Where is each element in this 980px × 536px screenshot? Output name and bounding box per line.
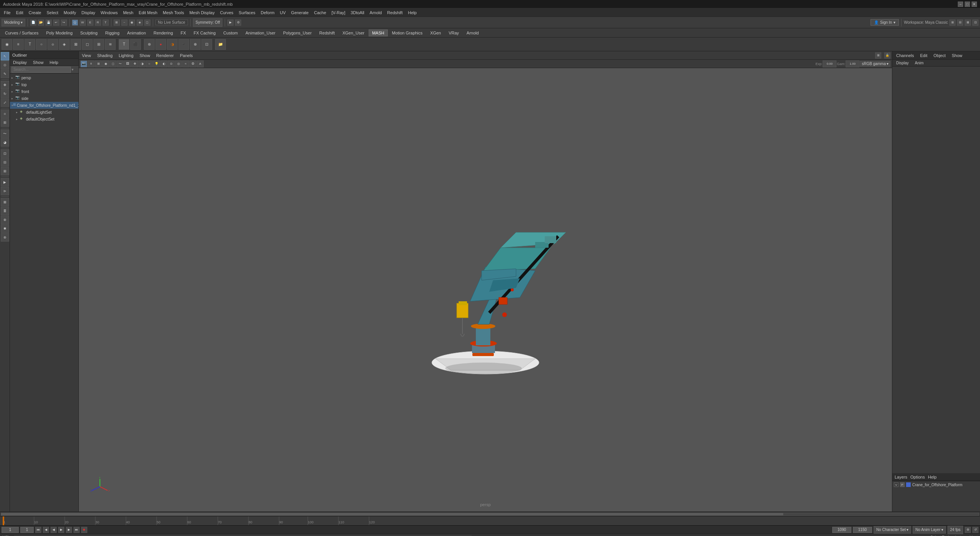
shelf-tab-polygons-user[interactable]: Polygons_User — [280, 29, 315, 36]
menu-help[interactable]: Help — [406, 10, 419, 16]
layer-item-crane[interactable]: V P Crane_for_Offshore_Platform — [892, 481, 980, 488]
shelf-tab-mash[interactable]: MASH — [369, 29, 388, 36]
shelf-icon-11[interactable]: T — [119, 39, 129, 50]
extra-tool-3[interactable]: ⊕ — [1, 216, 9, 224]
menu-surfaces[interactable]: Surfaces — [237, 10, 258, 16]
new-scene-button[interactable]: 📄 — [30, 20, 36, 26]
shelf-tab-poly-modeling[interactable]: Poly Modeling — [42, 29, 76, 36]
layer-visibility-toggle[interactable]: V — [894, 482, 898, 487]
outliner-menu-display[interactable]: Display — [11, 60, 28, 65]
loop-button[interactable]: ↺ — [972, 527, 978, 533]
vp-select-mask-btn[interactable]: ≡ — [88, 60, 95, 67]
corner-icon-3[interactable]: ⊠ — [965, 20, 971, 26]
vp-nurbs-btn[interactable]: 〜 — [117, 60, 124, 67]
shelf-icon-6[interactable]: ◈ — [59, 39, 70, 50]
go-to-end-button[interactable]: ⏭ — [74, 527, 80, 533]
anim-prefs-button[interactable]: ⚙ — [965, 527, 971, 533]
snap-surface-button[interactable]: ◻ — [144, 20, 150, 26]
vp-xray-btn[interactable]: ◑ — [139, 60, 145, 67]
vp-grid-btn[interactable]: ⊞ — [95, 60, 102, 67]
scale-tool-button[interactable]: R — [95, 20, 101, 26]
vp-dof-btn[interactable]: ⦿ — [189, 60, 196, 67]
outliner-item-crane[interactable]: ▾ ⊞ Crane_for_Offshore_Platform_nd1_1 — [10, 102, 78, 109]
select-tool[interactable]: ↖ — [1, 52, 9, 60]
render-view-button[interactable]: ▶ — [227, 20, 234, 26]
current-frame-input[interactable] — [2, 527, 19, 533]
snap-grid-button[interactable]: ⊞ — [114, 20, 120, 26]
menu-edit-mesh[interactable]: Edit Mesh — [136, 10, 160, 16]
menu-generate[interactable]: Generate — [289, 10, 311, 16]
outliner-item-object-set[interactable]: ▸ ◈ defaultObjectSet — [10, 116, 78, 123]
vp-menu-shading[interactable]: Shading — [96, 52, 114, 59]
last-tool-button[interactable]: T — [103, 20, 109, 26]
open-scene-button[interactable]: 📂 — [38, 20, 44, 26]
vp-camera-image-btn[interactable]: 🖼 — [124, 60, 131, 67]
step-forward-button[interactable]: ▶ — [66, 527, 72, 533]
start-frame-input[interactable] — [20, 527, 34, 533]
snap-point-button[interactable]: ◉ — [129, 20, 135, 26]
shelf-tab-sculpting[interactable]: Sculpting — [77, 29, 101, 36]
vp-menu-lighting[interactable]: Lighting — [117, 52, 135, 59]
viewport-canvas[interactable]: X Y Z persp — [79, 68, 892, 511]
snap-mode-btn[interactable]: ⊡ — [1, 149, 9, 158]
vp-gamma-input[interactable]: 1.00 — [846, 60, 859, 67]
timeline-scroll-thumb[interactable] — [1, 513, 783, 515]
undo-button[interactable]: ↩ — [53, 20, 59, 26]
shelf-icon-19[interactable]: 📁 — [215, 39, 226, 50]
menu-mesh-display[interactable]: Mesh Display — [187, 10, 217, 16]
vp-snap-btn[interactable]: ◉ — [102, 60, 109, 67]
outliner-item-persp[interactable]: ▸ 📷 persp — [10, 74, 78, 81]
select-tool-button[interactable]: Q — [72, 20, 78, 26]
outliner-item-light-set[interactable]: ▸ ◈ defaultLightSet — [10, 109, 78, 116]
outliner-item-top[interactable]: ▸ 📷 top — [10, 81, 78, 88]
vp-shadows-btn[interactable]: ◐ — [160, 60, 167, 67]
shelf-icon-4[interactable]: ○ — [36, 39, 47, 50]
outliner-menu-help[interactable]: Help — [48, 60, 60, 65]
gamma-display[interactable]: sRGB gamma ▾ — [860, 61, 890, 67]
symmetry-button[interactable]: Symmetry: Off — [193, 18, 223, 27]
scale-tool-left[interactable]: ⤢ — [1, 98, 9, 107]
ch-tab-edit[interactable]: Edit — [918, 52, 929, 59]
shelf-tab-xgen-user[interactable]: XGen_User — [339, 29, 368, 36]
anim-layer-selector[interactable]: No Anim Layer ▾ — [913, 526, 946, 534]
step-back-button[interactable]: ◀ — [43, 527, 49, 533]
menu-cache[interactable]: Cache — [312, 10, 328, 16]
menu-redshift[interactable]: Redshift — [385, 10, 405, 16]
shelf-tab-animation-user[interactable]: Animation_User — [242, 29, 279, 36]
vp-aa-btn[interactable]: A — [197, 60, 204, 67]
extra-tool-4[interactable]: ✱ — [1, 224, 9, 233]
maximize-button[interactable]: □ — [965, 2, 970, 7]
menu-select[interactable]: Select — [44, 10, 61, 16]
shelf-icon-9[interactable]: ⊞ — [93, 39, 104, 50]
shelf-tab-rendering[interactable]: Rendering — [150, 29, 176, 36]
ch-tab-anim[interactable]: Anim — [913, 60, 925, 66]
shelf-tab-rigging[interactable]: Rigging — [102, 29, 123, 36]
move-tool-button[interactable]: W — [80, 20, 86, 26]
save-scene-button[interactable]: 💾 — [46, 20, 52, 26]
vp-isolate-btn[interactable]: ○ — [146, 60, 153, 67]
mode-selector[interactable]: Modeling ▾ — [2, 19, 25, 26]
shelf-tab-xgen[interactable]: XGen — [427, 29, 444, 36]
corner-icon-1[interactable]: ⊞ — [949, 20, 956, 26]
redo-button[interactable]: ↪ — [61, 20, 67, 26]
vp-manip-btn[interactable]: ✥ — [131, 60, 138, 67]
curve-tool[interactable]: 〜 — [1, 129, 9, 138]
record-button[interactable]: ⏺ — [81, 527, 87, 533]
paint-select-tool[interactable]: ✎ — [1, 70, 9, 78]
shelf-tab-fx-caching[interactable]: FX Caching — [190, 29, 219, 36]
vp-lock-button[interactable]: 🔒 — [884, 52, 890, 59]
shelf-tab-custom[interactable]: Custom — [220, 29, 241, 36]
vp-motion-blur-btn[interactable]: ≈ — [182, 60, 189, 67]
shelf-tab-fx[interactable]: FX — [177, 29, 189, 36]
rotate-tool-left[interactable]: ↻ — [1, 90, 9, 98]
shelf-icon-10[interactable]: ≋ — [105, 39, 116, 50]
ch-tab-display[interactable]: Display — [895, 60, 910, 66]
shelf-icon-5[interactable]: ⌾ — [47, 39, 58, 50]
shelf-icon-13[interactable]: ⊛ — [144, 39, 155, 50]
vp-menu-renderer[interactable]: Renderer — [155, 52, 175, 59]
shelf-icon-16[interactable]: ◾ — [178, 39, 189, 50]
extra-tool-2[interactable]: ≣ — [1, 207, 9, 215]
vp-menu-show[interactable]: Show — [138, 52, 152, 59]
rotate-tool-button[interactable]: E — [87, 20, 93, 26]
menu-mesh-tools[interactable]: Mesh Tools — [160, 10, 186, 16]
